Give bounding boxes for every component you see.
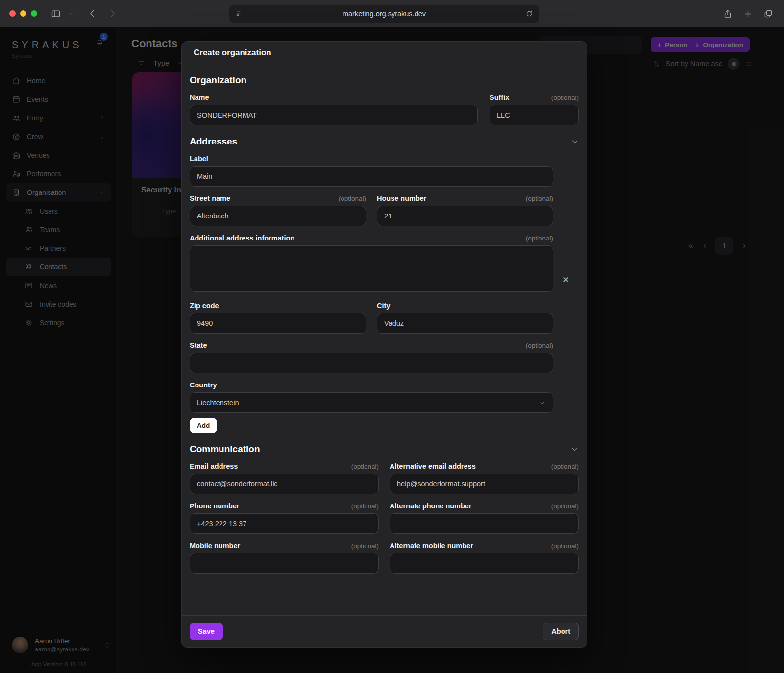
abort-button[interactable]: Abort <box>543 623 579 640</box>
street-name-label: Street name <box>190 194 230 202</box>
address-bar[interactable]: marketing.org.syrakus.dev <box>229 5 539 23</box>
address-label-label: Label <box>190 155 208 163</box>
sidebar-toggle-icon[interactable] <box>51 9 61 19</box>
alternate-phone-label: Alternate phone number <box>390 502 472 510</box>
back-button[interactable] <box>88 9 97 18</box>
reader-icon[interactable] <box>235 10 243 18</box>
url-text[interactable]: marketing.org.syrakus.dev <box>243 10 525 18</box>
forward-button[interactable] <box>108 9 117 18</box>
street-name-input[interactable] <box>190 206 366 226</box>
chevron-down-icon <box>539 399 546 406</box>
email-input[interactable] <box>190 474 379 494</box>
additional-address-input[interactable] <box>190 245 553 292</box>
name-input[interactable] <box>190 105 478 125</box>
address-entry: Label Street name (optional) <box>190 147 579 413</box>
modal-footer: Save Abort <box>182 615 587 647</box>
save-button[interactable]: Save <box>190 623 223 640</box>
house-number-label: House number <box>377 194 427 202</box>
organization-section-header: Organization <box>190 75 579 86</box>
modal-title: Create organization <box>194 48 271 58</box>
city-label: City <box>377 302 390 310</box>
country-select[interactable]: Liechtenstein <box>190 392 553 413</box>
browser-chrome: marketing.org.syrakus.dev <box>0 0 784 27</box>
country-label: Country <box>190 381 217 389</box>
reload-icon[interactable] <box>525 10 533 18</box>
close-window-button[interactable] <box>9 10 16 17</box>
app-root: SYRAKUS Syrakus 1 Home Events Entry <box>0 27 784 673</box>
name-label: Name <box>190 94 209 101</box>
mobile-number-input[interactable] <box>190 553 379 574</box>
zip-code-input[interactable] <box>190 313 366 334</box>
state-label: State <box>190 341 207 349</box>
alternate-mobile-label: Alternate mobile number <box>390 542 473 550</box>
house-number-input[interactable] <box>377 206 553 226</box>
email-label: Email address <box>190 462 238 470</box>
remove-address-button[interactable]: ✕ <box>563 275 569 285</box>
mobile-number-label: Mobile number <box>190 542 240 550</box>
phone-number-input[interactable] <box>190 513 379 534</box>
alternative-email-label: Alternative email address <box>390 462 476 470</box>
communication-section-header[interactable]: Communication <box>190 444 579 455</box>
city-input[interactable] <box>377 313 553 334</box>
new-tab-icon[interactable] <box>743 9 753 19</box>
zip-code-label: Zip code <box>190 302 219 310</box>
address-label-input[interactable] <box>190 166 553 187</box>
chevron-down-icon[interactable] <box>571 445 579 453</box>
state-input[interactable] <box>190 353 553 373</box>
suffix-input[interactable] <box>490 105 579 125</box>
alternate-phone-input[interactable] <box>390 513 579 534</box>
suffix-label: Suffix <box>490 94 509 101</box>
tab-overview-icon[interactable] <box>763 9 773 19</box>
window-controls <box>9 10 37 17</box>
alternate-mobile-input[interactable] <box>390 553 579 574</box>
create-organization-modal: Create organization Organization Name Su… <box>181 41 587 648</box>
minimize-window-button[interactable] <box>20 10 26 17</box>
modal-body: Organization Name Suffix (optional) <box>182 64 587 615</box>
chevron-down-icon[interactable] <box>68 11 73 16</box>
additional-address-label: Additional address information <box>190 234 294 242</box>
share-icon[interactable] <box>723 9 733 19</box>
phone-number-label: Phone number <box>190 502 240 510</box>
modal-header: Create organization <box>182 42 587 64</box>
add-address-button[interactable]: Add <box>190 418 217 433</box>
zoom-window-button[interactable] <box>31 10 37 17</box>
addresses-section-header[interactable]: Addresses <box>190 136 579 147</box>
chevron-down-icon[interactable] <box>571 138 579 145</box>
alternative-email-input[interactable] <box>390 474 579 494</box>
